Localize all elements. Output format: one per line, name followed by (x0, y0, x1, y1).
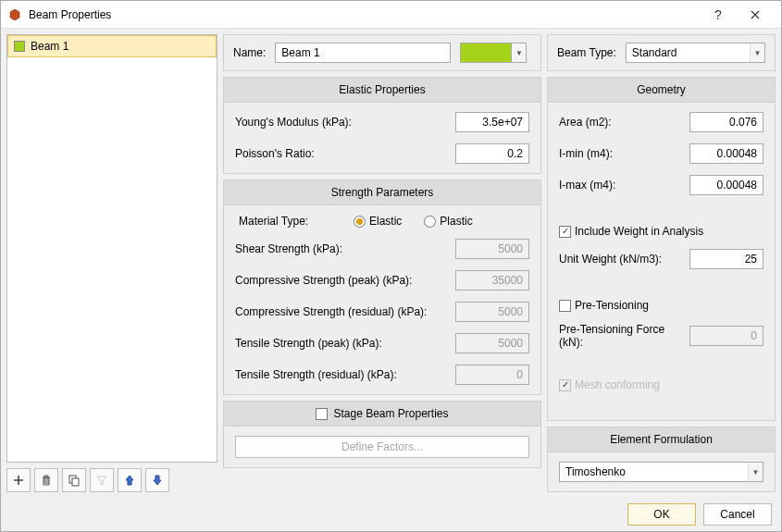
imin-input[interactable] (689, 143, 763, 164)
young-modulus-input[interactable] (455, 112, 529, 132)
name-input[interactable] (275, 43, 451, 63)
strength-panel: Strength Parameters Material Type: Elast… (223, 179, 541, 395)
shear-input (455, 239, 529, 259)
strength-header: Strength Parameters (224, 180, 540, 205)
list-item[interactable]: Beam 1 (7, 35, 217, 57)
titlebar: Beam Properties ? (1, 1, 781, 29)
comp-peak-label: Compressive Strength (peak) (kPa): (235, 274, 448, 287)
list-item-label: Beam 1 (31, 40, 68, 53)
ok-button[interactable]: OK (627, 503, 696, 526)
window-title: Beam Properties (29, 8, 700, 21)
comp-peak-input (455, 270, 529, 291)
move-down-button[interactable] (145, 468, 169, 492)
material-type-label: Material Type: (239, 215, 331, 228)
elastic-radio[interactable]: Elastic (354, 215, 402, 228)
pretension-checkbox[interactable]: Pre-Tensioning (559, 299, 649, 312)
imin-label: I-min (m4): (559, 147, 682, 160)
close-button[interactable] (737, 2, 774, 28)
poisson-label: Poisson's Ratio: (235, 147, 448, 160)
beamtype-select[interactable]: Standard ▼ (626, 43, 765, 63)
pretension-force-input (689, 326, 763, 346)
delete-button[interactable] (34, 468, 58, 492)
mesh-checkbox: Mesh conforming (559, 378, 660, 391)
area-input[interactable] (689, 112, 763, 132)
area-label: Area (m2): (559, 116, 682, 129)
elastic-panel: Elastic Properties Young's Modulus (kPa)… (223, 77, 541, 174)
cancel-button[interactable]: Cancel (703, 503, 772, 526)
help-button[interactable]: ? (700, 2, 737, 28)
geometry-panel: Geometry Area (m2): I-min (m4): I-max (m… (547, 77, 776, 421)
poisson-input[interactable] (455, 143, 529, 164)
stage-header: Stage Beam Properties (224, 402, 540, 427)
tens-res-input (455, 365, 529, 385)
chevron-down-icon: ▼ (748, 463, 763, 481)
young-modulus-label: Young's Modulus (kPa): (235, 116, 448, 129)
copy-button[interactable] (62, 468, 86, 492)
define-factors-button: Define Factors... (235, 436, 529, 458)
geometry-header: Geometry (548, 78, 775, 103)
name-label: Name: (233, 46, 266, 59)
dialog-window: Beam Properties ? Beam 1 (0, 0, 782, 532)
button-bar: OK Cancel (1, 498, 781, 531)
color-dropdown-icon[interactable]: ▼ (512, 43, 527, 63)
main-panels: Name: ▼ Elastic Properties Young's Modul… (223, 34, 776, 492)
comp-res-label: Compressive Strength (residual) (kPa): (235, 305, 448, 318)
plastic-radio[interactable]: Plastic (424, 215, 472, 228)
chevron-down-icon: ▼ (750, 43, 764, 62)
comp-res-input (455, 302, 529, 322)
beam-list[interactable]: Beam 1 (6, 34, 217, 463)
color-swatch-icon (14, 41, 25, 52)
sidebar: Beam 1 (6, 34, 217, 492)
beamtype-value: Standard (627, 46, 750, 59)
formulation-header: Element Formulation (548, 427, 775, 452)
color-swatch[interactable] (460, 43, 512, 63)
filter-button[interactable] (90, 468, 114, 492)
beamtype-label: Beam Type: (557, 46, 616, 59)
shear-label: Shear Strength (kPa): (235, 242, 448, 255)
beamtype-bar: Beam Type: Standard ▼ (547, 34, 776, 71)
sidebar-toolbar (6, 468, 217, 492)
pretension-force-label: Pre-Tensioning Force (kN): (559, 323, 682, 349)
stage-checkbox[interactable] (316, 408, 328, 420)
tens-peak-label: Tensile Strength (peak) (kPa): (235, 337, 448, 350)
formulation-panel: Element Formulation Timoshenko ▼ (547, 427, 776, 492)
unit-weight-input[interactable] (689, 249, 763, 269)
stage-panel: Stage Beam Properties Define Factors... (223, 401, 541, 468)
formulation-select[interactable]: Timoshenko ▼ (559, 462, 763, 482)
svg-rect-1 (72, 478, 79, 486)
content-area: Beam 1 Name: ▼ (1, 29, 781, 498)
formulation-value: Timoshenko (560, 465, 748, 478)
stage-title: Stage Beam Properties (333, 407, 448, 420)
name-bar: Name: ▼ (223, 34, 541, 71)
unit-weight-label: Unit Weight (kN/m3): (559, 253, 682, 266)
imax-label: I-max (m4): (559, 179, 682, 192)
tens-res-label: Tensile Strength (residual) (kPa): (235, 368, 448, 381)
include-weight-checkbox[interactable]: Include Weight in Analysis (559, 225, 703, 238)
color-picker[interactable]: ▼ (460, 43, 527, 63)
move-up-button[interactable] (118, 468, 142, 492)
imax-input[interactable] (689, 175, 763, 195)
add-button[interactable] (6, 468, 31, 492)
elastic-header: Elastic Properties (224, 78, 540, 103)
tens-peak-input (455, 333, 529, 353)
app-icon (8, 7, 23, 22)
